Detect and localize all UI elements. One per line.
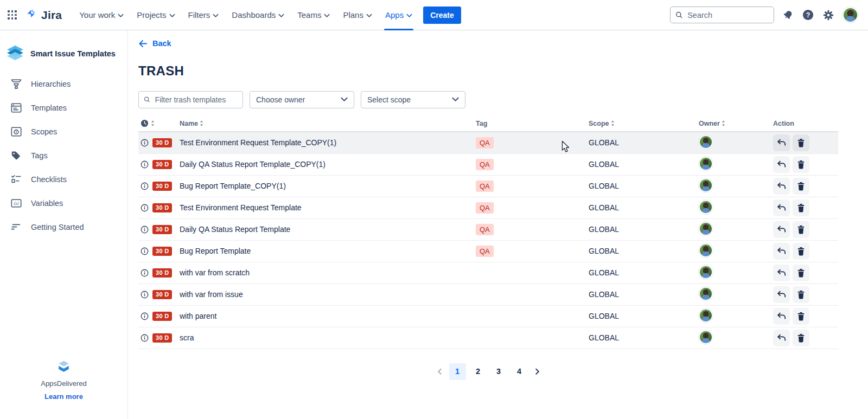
restore-button[interactable] (773, 221, 790, 238)
info-icon[interactable] (141, 291, 149, 299)
global-search[interactable] (670, 7, 774, 23)
table-row[interactable]: 30 D Bug Report Template_COPY(1) QA GLOB… (138, 176, 838, 197)
restore-button[interactable] (773, 308, 790, 325)
table-row[interactable]: 30 D Bug Report Template QA GLOBAL (138, 241, 838, 262)
template-name[interactable]: Daily QA Status Report Template (180, 225, 476, 234)
info-icon[interactable] (141, 247, 149, 255)
nav-item-teams[interactable]: Teams (291, 0, 336, 30)
template-name[interactable]: Bug Report Template (180, 247, 476, 255)
notifications-button[interactable] (782, 9, 794, 21)
page-button-2[interactable]: 2 (470, 363, 487, 380)
owner-avatar[interactable] (699, 200, 713, 214)
trash-icon (797, 333, 805, 343)
search-input[interactable] (686, 10, 769, 20)
template-name[interactable]: Test Environment Request Template_COPY(1… (180, 138, 476, 147)
page-button-1[interactable]: 1 (449, 363, 466, 380)
delete-button[interactable] (793, 221, 809, 238)
trash-filter-input[interactable] (154, 95, 238, 105)
sidebar-item-hierarchies[interactable]: Hierarchies (0, 74, 127, 94)
back-link[interactable]: Back (138, 39, 171, 48)
info-icon[interactable] (141, 225, 149, 234)
next-page-button[interactable] (532, 365, 543, 378)
page-button-4[interactable]: 4 (511, 363, 528, 380)
column-expiry[interactable] (138, 119, 180, 127)
column-owner[interactable]: Owner (699, 120, 773, 127)
column-scope[interactable]: Scope (589, 120, 699, 127)
delete-button[interactable] (793, 156, 809, 173)
nav-item-dashboards[interactable]: Dashboards (225, 0, 291, 30)
owner-avatar[interactable] (699, 330, 713, 344)
delete-button[interactable] (793, 286, 809, 303)
restore-button[interactable] (773, 134, 790, 151)
template-name[interactable]: with var from scratch (180, 268, 476, 277)
info-icon[interactable] (141, 269, 149, 277)
sidebar-item-checklists[interactable]: Checklists (0, 169, 127, 190)
owner-avatar[interactable] (699, 265, 713, 279)
trash-filter-field[interactable] (138, 91, 243, 108)
delete-button[interactable] (793, 308, 809, 325)
template-name[interactable]: with parent (180, 312, 476, 320)
info-icon[interactable] (141, 139, 149, 147)
page-button-3[interactable]: 3 (490, 363, 507, 380)
restore-button[interactable] (773, 265, 790, 281)
owner-avatar[interactable] (699, 243, 713, 257)
sidebar-item-tags[interactable]: Tags (0, 145, 127, 166)
sidebar-item-getting-started[interactable]: Getting Started (0, 217, 127, 237)
user-avatar[interactable] (843, 7, 858, 23)
owner-avatar[interactable] (699, 135, 713, 149)
info-icon[interactable] (141, 160, 149, 169)
owner-dropdown[interactable]: Choose owner (250, 91, 354, 108)
nav-item-projects[interactable]: Projects (130, 0, 181, 30)
learn-more-link[interactable]: Learn more (44, 392, 83, 401)
column-name[interactable]: Name (180, 120, 476, 127)
template-name[interactable]: scra (180, 333, 476, 342)
settings-button[interactable] (822, 9, 834, 21)
nav-item-apps[interactable]: Apps (379, 0, 419, 30)
app-switcher-icon[interactable] (8, 10, 17, 20)
restore-button[interactable] (773, 330, 790, 346)
jira-logo[interactable]: Jira (24, 8, 62, 22)
info-icon[interactable] (141, 312, 149, 320)
table-row[interactable]: 30 D Test Environment Request Template Q… (138, 197, 838, 219)
sidebar-item-scopes[interactable]: Scopes (0, 121, 127, 142)
nav-item-plans[interactable]: Plans (336, 0, 379, 30)
restore-button[interactable] (773, 178, 790, 195)
owner-avatar[interactable] (699, 308, 713, 323)
delete-button[interactable] (793, 330, 809, 346)
restore-button[interactable] (773, 156, 790, 173)
info-icon[interactable] (141, 182, 149, 190)
previous-page-button[interactable] (434, 365, 445, 378)
template-name[interactable]: Bug Report Template_COPY(1) (180, 182, 476, 190)
template-name[interactable]: with var from issue (180, 290, 476, 299)
restore-button[interactable] (773, 286, 790, 303)
template-name[interactable]: Daily QA Status Report Template_COPY(1) (180, 160, 476, 169)
nav-item-your-work[interactable]: Your work (73, 0, 130, 30)
scope-dropdown[interactable]: Select scope (361, 91, 465, 108)
restore-button[interactable] (773, 199, 790, 216)
table-row[interactable]: 30 D with parent GLOBAL (138, 306, 838, 327)
table-row[interactable]: 30 D Daily QA Status Report Template_COP… (138, 154, 838, 176)
sidebar-item-templates[interactable]: Templates (0, 98, 127, 118)
delete-button[interactable] (793, 134, 809, 151)
table-row[interactable]: 30 D Test Environment Request Template_C… (138, 132, 838, 154)
delete-button[interactable] (793, 178, 809, 195)
info-icon[interactable] (141, 204, 149, 212)
table-row[interactable]: 30 D Daily QA Status Report Template QA … (138, 219, 838, 241)
table-row[interactable]: 30 D with var from scratch GLOBAL (138, 262, 838, 284)
owner-avatar[interactable] (699, 222, 713, 236)
owner-avatar[interactable] (699, 287, 713, 301)
owner-avatar[interactable] (699, 157, 713, 171)
sidebar-item-variables[interactable]: (x) Variables (0, 193, 127, 214)
owner-avatar[interactable] (699, 178, 713, 192)
table-row[interactable]: 30 D scra GLOBAL (138, 327, 838, 349)
table-row[interactable]: 30 D with var from issue GLOBAL (138, 284, 838, 306)
delete-button[interactable] (793, 265, 809, 281)
delete-button[interactable] (793, 243, 809, 260)
restore-button[interactable] (773, 243, 790, 260)
create-button[interactable]: Create (423, 7, 461, 24)
help-button[interactable]: ? (802, 9, 814, 21)
info-icon[interactable] (141, 334, 149, 342)
nav-item-filters[interactable]: Filters (182, 0, 226, 30)
template-name[interactable]: Test Environment Request Template (180, 203, 476, 212)
delete-button[interactable] (793, 199, 809, 216)
